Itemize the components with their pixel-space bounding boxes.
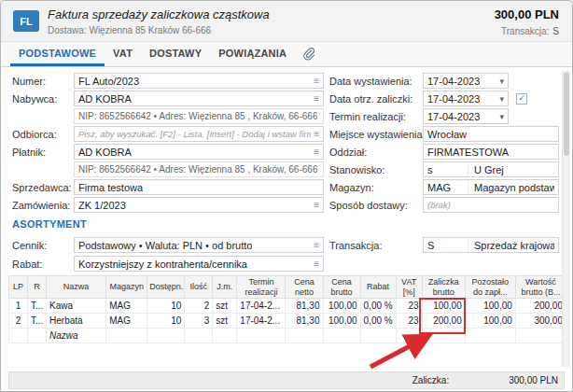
table-cell[interactable]: 300,00: [515, 314, 566, 329]
table-cell[interactable]: szt: [213, 314, 237, 329]
table-cell[interactable]: [9, 329, 28, 343]
list-icon[interactable]: ≡: [311, 259, 319, 269]
table-cell[interactable]: T...: [28, 299, 47, 314]
rabat-field[interactable]: Korzystniejszy z kontrahenta/cennika ≡: [74, 256, 324, 272]
chevron-down-icon[interactable]: ▾: [499, 112, 504, 121]
table-cell[interactable]: 10: [147, 314, 185, 329]
column-header[interactable]: Ilość: [185, 276, 213, 299]
scrollbar-thumb[interactable]: [564, 72, 569, 156]
platnik-field[interactable]: AD KOBRA ≡: [74, 144, 324, 160]
numer-field[interactable]: FL Auto/2023 ≡: [74, 73, 324, 89]
table-cell[interactable]: MAG: [106, 314, 147, 329]
table-cell[interactable]: MAG: [106, 299, 147, 314]
data-wystawienia-field[interactable]: 17-04-2023 ▾: [423, 73, 509, 89]
table-cell[interactable]: 100,00: [422, 299, 465, 314]
column-header[interactable]: Pozostało do zapł...: [465, 276, 515, 299]
table-cell[interactable]: 200,00: [515, 299, 566, 314]
column-header[interactable]: Dostępn...: [147, 276, 185, 299]
tab-powiazania[interactable]: POWIĄZANIA: [210, 42, 295, 66]
table-cell[interactable]: 10: [147, 299, 185, 314]
column-header[interactable]: R: [28, 276, 47, 299]
list-icon[interactable]: ≡: [311, 77, 319, 86]
table-cell[interactable]: 2: [185, 299, 213, 314]
table-cell[interactable]: 81,30: [286, 299, 323, 314]
sprzedawca-field[interactable]: Firma testowa: [74, 179, 324, 195]
table-cell[interactable]: [422, 329, 465, 343]
column-header[interactable]: Cena brutto: [323, 276, 360, 299]
table-cell[interactable]: [28, 329, 47, 343]
table-cell[interactable]: [465, 329, 515, 343]
chevron-down-icon[interactable]: ▾: [499, 94, 504, 104]
table-cell[interactable]: [396, 329, 422, 343]
data-otrz-zaliczki-field[interactable]: 17-04-2023 ▾: [423, 91, 509, 106]
date-checkbox[interactable]: ✓: [516, 93, 527, 105]
column-header[interactable]: VAT [%]: [396, 276, 422, 299]
table-cell[interactable]: szt: [213, 299, 237, 314]
table-cell[interactable]: Kawa: [47, 299, 106, 314]
sposob-dostawy-field[interactable]: (brak): [423, 197, 559, 213]
table-cell[interactable]: 81,30: [286, 314, 323, 329]
table-cell[interactable]: [213, 329, 237, 343]
table-cell[interactable]: [515, 329, 566, 343]
list-icon[interactable]: ≡: [311, 130, 319, 139]
cennik-field[interactable]: Podstawowy • Waluta: PLN • od brutto ≡: [74, 237, 324, 253]
table-cell[interactable]: 17-04-2...: [237, 314, 286, 329]
table-row[interactable]: 2T...HerbataMAG103szt17-04-2...81,30100,…: [9, 314, 566, 329]
table-cell[interactable]: [185, 329, 213, 343]
table-cell[interactable]: 0,00 %: [360, 314, 396, 329]
nabywca-field[interactable]: AD KOBRA ≡: [74, 91, 324, 106]
column-header[interactable]: Termin realizacji: [237, 276, 286, 299]
zamowienia-field[interactable]: ZK 1/2023 ≡: [74, 197, 324, 213]
odbiorca-field[interactable]: Pisz, aby wyszukać. [F2] - Lista. [Inser…: [74, 126, 324, 142]
table-row[interactable]: 1T...KawaMAG102szt17-04-2...81,30100,000…: [9, 299, 566, 314]
column-header[interactable]: Zaliczka brutto: [422, 276, 465, 299]
chevron-down-icon[interactable]: ▾: [499, 77, 504, 86]
magazyn-field[interactable]: MAG Magazyn podstawowy: [423, 179, 559, 195]
oddzial-field[interactable]: FIRMATESTOWA: [423, 144, 559, 160]
table-row-empty[interactable]: Nazwa: [9, 329, 566, 343]
attachments-button[interactable]: [295, 42, 322, 66]
table-cell[interactable]: 200,00: [422, 314, 465, 329]
transakcja-field[interactable]: S Sprzedaż krajowa: [423, 237, 559, 253]
items-table[interactable]: LPRNazwaMagazynDostępn...IlośćJ.m.Termin…: [8, 275, 566, 343]
table-cell[interactable]: 100,00: [465, 314, 515, 329]
table-cell[interactable]: 100,00: [323, 314, 360, 329]
tab-vat[interactable]: VAT: [105, 42, 141, 66]
list-icon[interactable]: ≡: [311, 201, 319, 210]
table-cell[interactable]: [106, 329, 147, 343]
table-cell[interactable]: Herbata: [47, 314, 106, 329]
list-icon[interactable]: ≡: [311, 147, 319, 157]
list-icon[interactable]: ≡: [311, 241, 319, 250]
column-header[interactable]: Cena netto: [286, 276, 323, 299]
table-cell[interactable]: [147, 329, 185, 343]
termin-realizacji-field[interactable]: 17-04-2023 ▾: [423, 108, 509, 124]
table-cell[interactable]: [323, 329, 360, 343]
column-header[interactable]: J.m.: [213, 276, 237, 299]
column-header[interactable]: Rabat: [360, 276, 396, 299]
table-cell[interactable]: 17-04-2...: [237, 299, 286, 314]
list-icon[interactable]: ≡: [311, 94, 319, 104]
miejsce-wystawienia-field[interactable]: Wrocław: [423, 126, 559, 142]
table-cell[interactable]: 2: [9, 314, 28, 329]
table-cell[interactable]: [286, 329, 323, 343]
table-cell[interactable]: 100,00: [323, 299, 360, 314]
stanowisko-field[interactable]: s U Grej: [423, 161, 559, 177]
table-cell[interactable]: 100,00: [465, 299, 515, 314]
table-cell[interactable]: [237, 329, 286, 343]
vertical-scrollbar[interactable]: [562, 70, 570, 367]
column-header[interactable]: LP: [9, 276, 28, 299]
table-cell[interactable]: [360, 329, 396, 343]
table-cell[interactable]: 23: [396, 314, 422, 329]
tab-podstawowe[interactable]: PODSTAWOWE: [10, 42, 105, 66]
column-header[interactable]: Wartość brutto (B...: [515, 276, 566, 299]
column-header[interactable]: Magazyn: [106, 276, 147, 299]
column-header[interactable]: Nazwa: [47, 276, 106, 299]
tab-dostawy[interactable]: DOSTAWY: [141, 42, 210, 66]
table-cell[interactable]: 23: [396, 299, 422, 314]
numer-label: Numer:: [12, 76, 74, 87]
new-item-name-cell[interactable]: Nazwa: [47, 329, 106, 343]
table-cell[interactable]: 1: [9, 299, 28, 314]
table-cell[interactable]: 0,00 %: [360, 299, 396, 314]
table-cell[interactable]: T...: [28, 314, 47, 329]
table-cell[interactable]: 3: [185, 314, 213, 329]
